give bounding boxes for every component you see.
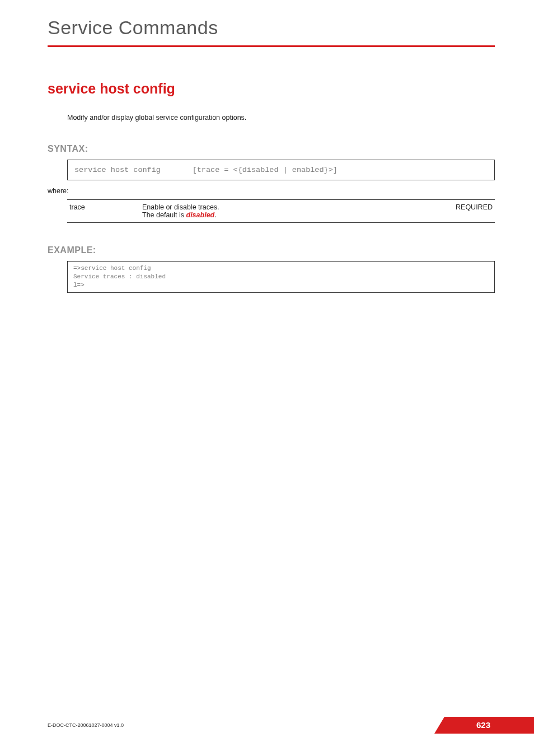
param-desc-line2-suffix: .	[214, 211, 216, 219]
example-box: =>service host config Service traces : d…	[67, 261, 495, 293]
syntax-heading: SYNTAX:	[48, 144, 495, 154]
where-label: where:	[48, 187, 495, 195]
doc-id: E-DOC-CTC-20061027-0004 v1.0	[48, 722, 124, 728]
param-name-cell: trace	[67, 200, 140, 223]
section-title: service host config	[48, 81, 495, 97]
page-footer: E-DOC-CTC-20061027-0004 v1.0 623	[48, 717, 495, 734]
param-default-value: disabled	[186, 211, 215, 219]
page-number: 623	[476, 717, 490, 734]
param-desc-line1: Enable or disable traces.	[142, 203, 219, 211]
table-row: trace Enable or disable traces. The defa…	[67, 200, 495, 223]
param-desc-line2-prefix: The default is	[142, 211, 186, 219]
chapter-title: Service Commands	[48, 17, 495, 39]
intro-text: Modify and/or display global service con…	[67, 114, 495, 122]
header-rule	[48, 45, 495, 47]
syntax-box: service host config [trace = <{disabled …	[67, 160, 495, 180]
page-number-tab: 623	[444, 717, 495, 734]
param-required-cell: REQUIRED	[439, 200, 495, 223]
parameter-table: trace Enable or disable traces. The defa…	[67, 199, 495, 223]
param-desc-cell: Enable or disable traces. The default is…	[140, 200, 439, 223]
example-heading: EXAMPLE:	[48, 245, 495, 255]
